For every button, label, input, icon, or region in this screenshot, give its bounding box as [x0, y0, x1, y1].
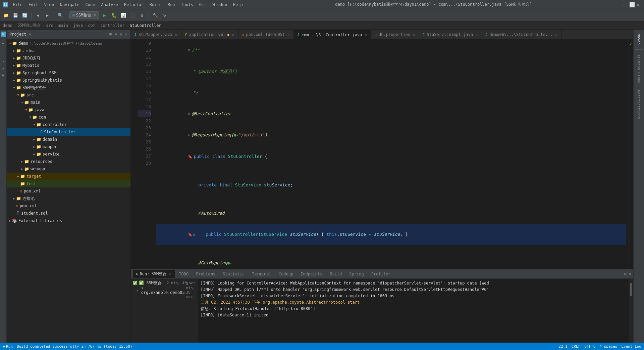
run-tab-close[interactable]: ✕	[168, 272, 171, 276]
tab-close-stucontroller[interactable]: ✕	[364, 33, 367, 37]
status-indent[interactable]: 4 spaces	[599, 344, 617, 349]
run-child-item[interactable]: ✳ ✳ org.example:demo05 2 min, 38 sec	[131, 287, 198, 294]
stop-button[interactable]: ⬛	[129, 11, 137, 19]
tab-close-application[interactable]: ✕	[231, 33, 235, 37]
bottom-tab-todo[interactable]: TODO	[175, 270, 192, 278]
bottom-tab-profiler[interactable]: Profiler	[368, 270, 394, 278]
tree-item-extlib[interactable]: ▶ 📚 External Libraries	[7, 217, 130, 224]
menu-run[interactable]: Run	[165, 2, 178, 8]
tree-item-test[interactable]: ▶ 📁 test	[7, 180, 130, 187]
tree-item-com[interactable]: ▼ 📁 com	[7, 114, 130, 121]
code-editor-content[interactable]: ⊖/** * @author 北落燕门 */ ⊖@RestController …	[154, 40, 629, 269]
bottom-tab-statistic[interactable]: Statistic	[219, 270, 248, 278]
right-tab-notifications[interactable]: Notifications	[635, 87, 642, 122]
tree-item-jdbc[interactable]: ▶ 📁 JDBC练习	[7, 54, 130, 62]
menu-window[interactable]: Window	[210, 2, 229, 8]
search-button[interactable]: 🔍	[56, 11, 64, 19]
back-button[interactable]: ◀	[34, 11, 42, 19]
menu-navigate[interactable]: Navigate	[57, 2, 82, 8]
tree-item-mybatis[interactable]: ▶ 📁 Mybatis	[7, 62, 130, 69]
menu-help[interactable]: Help	[230, 2, 246, 8]
breadcrumb-com[interactable]: com	[88, 23, 95, 28]
menu-code[interactable]: Code	[83, 2, 98, 8]
tree-item-demo[interactable]: ▼ 📁 demo F:\code\Mybatis课程学习\day01\demo	[7, 40, 130, 47]
run-configuration[interactable]: m SSM整合 ▾	[69, 11, 99, 19]
panel-settings-icon[interactable]: ⚙	[119, 31, 123, 37]
menu-build[interactable]: Build	[147, 2, 164, 8]
tree-item-main[interactable]: ▼ 📁 main	[7, 99, 130, 106]
breadcrumb-java[interactable]: java	[73, 23, 83, 28]
tab-stucontroller-demo06[interactable]: J demo06\...\StuControlle... ✕	[482, 30, 562, 39]
sync-button[interactable]: 🔄	[21, 11, 29, 19]
refresh-button[interactable]: ↻	[161, 11, 169, 19]
project-tab-icon[interactable]: P	[1, 32, 6, 37]
bottom-tab-terminal[interactable]: Terminal	[249, 270, 275, 278]
tree-item-domain[interactable]: ▶ 📁 domain	[7, 136, 130, 143]
bookmarks-icon[interactable]: ★	[1, 66, 6, 71]
breadcrumb-main[interactable]: main	[58, 23, 68, 28]
tree-item-pom-ssm[interactable]: ▶ m pom.xml	[7, 187, 130, 195]
panel-collapse-icon[interactable]: ≡	[114, 31, 117, 37]
panel-hide-icon[interactable]: ✕	[124, 31, 128, 37]
bottom-hide-icon[interactable]: ✕	[629, 271, 631, 276]
bottom-settings-icon[interactable]: ⚙	[624, 271, 627, 276]
bottom-tab-spring[interactable]: Spring	[346, 270, 367, 278]
menu-refactor[interactable]: Refactor	[121, 2, 146, 8]
tree-item-src[interactable]: ▼ 📁 src	[7, 91, 130, 99]
tree-item-stucontroller[interactable]: ▶ C StuController	[7, 128, 130, 136]
tab-stuserviceimpl[interactable]: J StuServiceImpl.java ✕	[419, 30, 482, 39]
breadcrumb-demo[interactable]: demo	[3, 23, 12, 28]
status-position[interactable]: 22:1	[558, 344, 568, 349]
debug-button[interactable]: 🐛	[110, 11, 118, 19]
tab-application[interactable]: Y application.yml ● ✕	[181, 30, 238, 39]
maximize-button[interactable]: ⬜	[629, 2, 634, 7]
save-button[interactable]: 💾	[11, 11, 19, 19]
tree-item-student-sql[interactable]: ▶ 🗄 student.sql	[7, 210, 130, 217]
status-encoding[interactable]: CRLF	[572, 344, 581, 349]
menu-view[interactable]: View	[42, 2, 57, 8]
status-build-status[interactable]: Build completed successfully in 767 ms (…	[17, 344, 132, 349]
bottom-tab-problems[interactable]: Problems	[193, 270, 219, 278]
forward-button[interactable]: ▶	[43, 11, 51, 19]
tree-item-springboot[interactable]: ▶ 📁 Springboot-SSM	[7, 69, 130, 77]
log-output[interactable]: [INFO] Looking for ControllerAdvice: Web…	[198, 279, 629, 343]
breadcrumb-controller[interactable]: controller	[100, 23, 124, 28]
tree-item-idea[interactable]: ▶ 📁 .idea	[7, 47, 130, 54]
bottom-tab-endpoints[interactable]: Endpoints	[297, 270, 326, 278]
bottom-tab-build[interactable]: Build	[326, 270, 345, 278]
tree-item-webapp[interactable]: ▶ 📁 webapp	[7, 165, 130, 173]
menu-git[interactable]: Git	[197, 2, 209, 8]
tab-close-dbprops[interactable]: ✕	[412, 33, 416, 37]
tab-stucontroller[interactable]: J com...\StuController.java ✕	[294, 30, 371, 39]
tree-item-pom-root[interactable]: ▶ m pom.xml	[7, 202, 130, 210]
right-tab-maven[interactable]: Maven	[635, 31, 642, 47]
tree-item-target[interactable]: ▶ 📁 target	[7, 173, 130, 180]
breadcrumb-ssm[interactable]: SSM初步整合	[17, 23, 41, 28]
bottom-tab-run[interactable]: ▶ Run: SSM整合 ✕	[133, 270, 175, 278]
tab-pom[interactable]: m pom.xml (demo05) ✕	[238, 30, 294, 39]
tree-item-lianjiechi[interactable]: ▶ 📁 连接池	[7, 195, 130, 202]
tab-close-stumapper[interactable]: ✕	[174, 33, 178, 37]
bottom-tab-codeup[interactable]: Codeup	[275, 270, 297, 278]
tree-item-controller[interactable]: ▼ 📁 controller	[7, 121, 130, 128]
menu-tools[interactable]: Tools	[178, 2, 196, 8]
tab-dbprops[interactable]: p db.properties ✕	[371, 30, 419, 39]
status-run-button[interactable]: ▶ Run	[3, 344, 13, 349]
coverage-button[interactable]: 📊	[119, 11, 127, 19]
structure-icon[interactable]: ≡	[1, 41, 6, 46]
tab-close-pom[interactable]: ✕	[287, 33, 290, 37]
reload-button[interactable]: ♻	[138, 11, 146, 19]
status-event-log[interactable]: Event Log	[621, 344, 641, 349]
status-charset[interactable]: UTF-8	[584, 344, 595, 349]
minimize-button[interactable]: —	[622, 2, 627, 7]
open-button[interactable]: 📁	[2, 11, 10, 19]
tree-item-service[interactable]: ▶ 📁 service	[7, 150, 130, 158]
run-button[interactable]: ▶	[101, 11, 109, 19]
favorites-icon[interactable]: ♥	[1, 73, 6, 78]
menu-edit[interactable]: Edit	[26, 2, 41, 8]
tab-close-stucontroller-demo06[interactable]: ✕	[554, 33, 558, 37]
tree-item-resources[interactable]: ▶ 📁 resources	[7, 158, 130, 165]
panel-sync-icon[interactable]: ⊞	[109, 31, 112, 37]
bottom-scroll-thumb[interactable]	[630, 283, 632, 296]
tree-item-java[interactable]: ▼ 📁 java	[7, 106, 130, 114]
